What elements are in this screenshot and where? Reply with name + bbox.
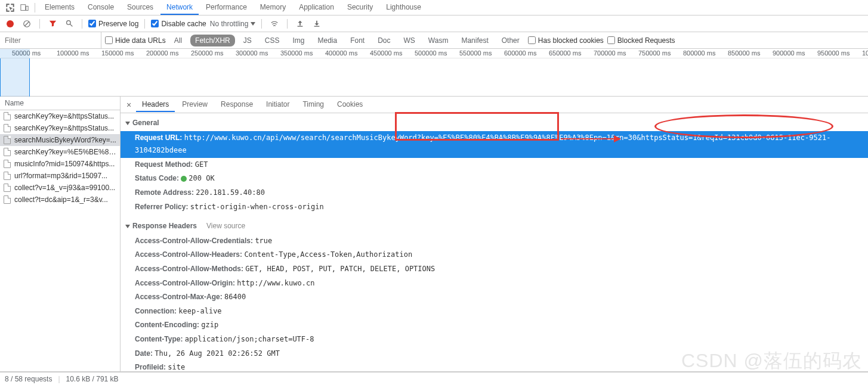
filter-all[interactable]: All (169, 35, 187, 46)
timeline-tick: 650000 ms (549, 49, 581, 57)
request-item[interactable]: searchKey?key=&httpsStatus... (0, 122, 120, 134)
wifi-icon[interactable] (268, 17, 281, 30)
transfer-size: 10.6 kB / 791 kB (66, 375, 119, 383)
tab-security[interactable]: Security (341, 1, 379, 15)
timeline-tick: 400000 ms (325, 49, 357, 57)
timeline-overview[interactable]: 50000 ms100000 ms150000 ms200000 ms25000… (0, 49, 868, 97)
tab-application[interactable]: Application (293, 1, 340, 15)
filter-doc[interactable]: Doc (373, 35, 395, 46)
blocked-requests-checkbox[interactable]: Blocked Requests (607, 36, 675, 45)
filter-icon[interactable] (46, 17, 59, 30)
response-header-row: Access-Control-Max-Age: 86400 (121, 290, 868, 305)
tab-sources[interactable]: Sources (121, 1, 159, 15)
filter-ws[interactable]: WS (399, 35, 420, 46)
response-header-row: Profileid: site (121, 361, 868, 371)
preserve-log-checkbox[interactable]: Preserve log (88, 20, 138, 28)
tab-lighthouse[interactable]: Lighthouse (380, 1, 427, 15)
filter-other[interactable]: Other (497, 35, 524, 46)
timeline-labels: 50000 ms100000 ms150000 ms200000 ms25000… (0, 49, 868, 58)
file-icon (4, 112, 11, 120)
request-details: × Headers Preview Response Initiator Tim… (121, 97, 868, 371)
column-name[interactable]: Name (0, 97, 120, 110)
upload-icon[interactable] (294, 17, 307, 30)
file-icon (4, 148, 11, 156)
tab-preview[interactable]: Preview (176, 98, 214, 112)
tab-network[interactable]: Network (160, 1, 199, 15)
close-icon[interactable]: × (123, 100, 135, 110)
svg-rect-0 (21, 4, 26, 10)
request-item[interactable]: musicInfo?mid=150974&https... (0, 158, 120, 170)
status-code: Status Code: 200 OK (121, 172, 868, 186)
file-icon (4, 195, 11, 204)
request-item[interactable]: collect?t=dc&aip=1&_r=3&v... (0, 194, 120, 206)
timeline-tick: 700000 ms (594, 49, 626, 57)
tab-timing[interactable]: Timing (296, 98, 330, 112)
request-name: url?format=mp3&rid=15097... (14, 172, 107, 180)
request-item[interactable]: collect?v=1&_v=j93&a=99100... (0, 182, 120, 194)
download-icon[interactable] (310, 17, 323, 30)
clear-icon[interactable] (20, 17, 33, 30)
request-method: Request Method: GET (121, 158, 868, 172)
disable-cache-checkbox[interactable]: Disable cache (151, 20, 206, 28)
svg-line-3 (25, 21, 29, 26)
search-icon[interactable] (63, 17, 76, 30)
filter-manifest[interactable]: Manifest (456, 35, 493, 46)
record-icon[interactable] (4, 17, 17, 30)
response-header-row: Content-Type: application/json;charset=U… (121, 333, 868, 347)
request-item[interactable]: searchMusicBykeyWord?key=... (0, 134, 120, 146)
tab-headers[interactable]: Headers (136, 98, 175, 112)
filter-input[interactable] (0, 32, 101, 48)
separator (35, 3, 35, 13)
main-content: Name searchKey?key=&httpsStatus...search… (0, 97, 868, 372)
devtools-tabs: Elements Console Sources Network Perform… (0, 0, 868, 15)
filter-css[interactable]: CSS (260, 35, 285, 46)
response-header-row: Connection: keep-alive (121, 305, 868, 319)
timeline-tick: 550000 ms (459, 49, 492, 57)
request-item[interactable]: searchKey?key=%E5%BE%80... (0, 146, 120, 158)
network-toolbar: Preserve log Disable cache No throttling (0, 15, 868, 32)
filter-wasm[interactable]: Wasm (424, 35, 453, 46)
filter-media[interactable]: Media (313, 35, 342, 46)
svg-rect-6 (298, 26, 303, 26)
filter-fetch-xhr[interactable]: Fetch/XHR (190, 35, 235, 46)
throttling-select[interactable]: No throttling (210, 20, 256, 28)
separator (82, 19, 82, 29)
timeline-tick: 150000 ms (101, 49, 134, 57)
timeline-tick: 450000 ms (370, 49, 402, 57)
timeline-tick: 900000 ms (773, 49, 805, 57)
filter-js[interactable]: JS (239, 35, 257, 46)
timeline-tick: 950000 ms (817, 49, 850, 57)
tab-elements[interactable]: Elements (39, 1, 81, 15)
referrer-policy: Referrer Policy: strict-origin-when-cros… (121, 200, 868, 215)
request-url: Request URL: http://www.kuwo.cn/api/www/… (121, 131, 868, 158)
filter-img[interactable]: Img (288, 35, 309, 46)
device-icon[interactable] (18, 1, 31, 14)
separator (287, 19, 288, 29)
timeline-tick: 200000 ms (146, 49, 178, 57)
request-item[interactable]: searchKey?key=&httpsStatus... (0, 110, 120, 122)
response-header-row: Access-Control-Allow-Credentials: true (121, 234, 868, 249)
filter-font[interactable]: Font (345, 35, 369, 46)
tab-performance[interactable]: Performance (200, 1, 253, 15)
tab-memory[interactable]: Memory (254, 1, 292, 15)
response-header-row: Access-Control-Allow-Methods: GET, HEAD,… (121, 262, 868, 277)
general-section[interactable]: General (121, 116, 868, 131)
tab-console[interactable]: Console (82, 1, 120, 15)
file-icon (4, 124, 11, 132)
separator (39, 19, 40, 29)
blocked-cookies-checkbox[interactable]: Has blocked cookies (528, 36, 604, 45)
inspect-icon[interactable] (4, 1, 17, 14)
response-headers-section[interactable]: Response HeadersView source (121, 219, 868, 234)
tab-cookies[interactable]: Cookies (331, 98, 369, 112)
request-name: collect?t=dc&aip=1&_r=3&v... (14, 195, 108, 204)
request-name: searchKey?key=%E5%BE%80... (14, 148, 116, 156)
request-item[interactable]: url?format=mp3&rid=15097... (0, 170, 120, 182)
timeline-tick: 100000 ms (57, 49, 89, 57)
filter-bar: Hide data URLs All Fetch/XHR JS CSS Img … (0, 32, 868, 49)
hide-data-urls-checkbox[interactable]: Hide data URLs (105, 36, 166, 45)
detail-tabs: × Headers Preview Response Initiator Tim… (121, 97, 868, 113)
request-name: searchKey?key=&httpsStatus... (14, 124, 114, 132)
tab-initiator[interactable]: Initiator (260, 98, 295, 112)
tab-response[interactable]: Response (215, 98, 259, 112)
view-source-link[interactable]: View source (206, 222, 245, 230)
